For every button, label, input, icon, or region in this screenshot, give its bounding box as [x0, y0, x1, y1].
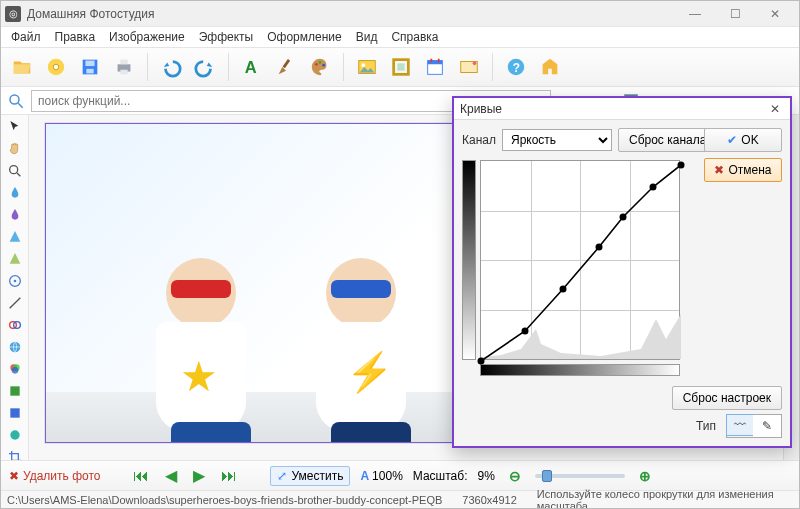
svg-point-1: [53, 64, 59, 70]
dialog-close-icon[interactable]: ✕: [766, 102, 784, 116]
search-icon: [7, 92, 25, 110]
maximize-button[interactable]: ☐: [715, 1, 755, 27]
menu-file[interactable]: Файл: [5, 28, 47, 46]
zoom-in-icon[interactable]: ⊕: [635, 467, 655, 485]
line-tool-icon[interactable]: [5, 295, 25, 311]
frame-icon[interactable]: [386, 52, 416, 82]
image-icon[interactable]: [352, 52, 382, 82]
left-toolbox: [1, 115, 29, 468]
menu-effects[interactable]: Эффекты: [193, 28, 260, 46]
eyedrop-purple-icon[interactable]: [5, 207, 25, 223]
channel-select[interactable]: Яркость: [502, 129, 612, 151]
svg-point-37: [11, 367, 18, 374]
svg-point-12: [322, 64, 325, 67]
menu-edit[interactable]: Правка: [49, 28, 102, 46]
nav-first-icon[interactable]: ⏮: [130, 467, 152, 485]
disc-icon[interactable]: [41, 52, 71, 82]
curve-type-pencil-icon[interactable]: ✎: [753, 415, 781, 437]
eyedrop-blue-icon[interactable]: [5, 185, 25, 201]
svg-rect-38: [10, 386, 19, 395]
save-icon[interactable]: [75, 52, 105, 82]
calendar-icon[interactable]: [420, 52, 450, 82]
svg-point-30: [13, 280, 16, 283]
undo-icon[interactable]: [156, 52, 186, 82]
svg-rect-18: [428, 61, 443, 65]
curve-point[interactable]: [478, 358, 485, 365]
hand-tool-icon[interactable]: [5, 141, 25, 157]
menu-help[interactable]: Справка: [385, 28, 444, 46]
delete-photo-button[interactable]: ✖Удалить фото: [9, 469, 100, 483]
curve-point[interactable]: [620, 214, 627, 221]
reset-channel-button[interactable]: Сброс канала: [618, 128, 717, 152]
window-title: Домашняя Фотостудия: [27, 7, 675, 21]
statusbar: C:\Users\AMS-Elena\Downloads\superheroes…: [1, 490, 799, 508]
rings-tool-icon[interactable]: [5, 317, 25, 333]
svg-line-28: [17, 173, 20, 176]
curves-dialog: Кривые ✕ Канал Яркость Сброс канала ✔OK …: [452, 96, 792, 448]
curve-point[interactable]: [678, 162, 685, 169]
svg-point-14: [362, 63, 366, 67]
close-button[interactable]: ✕: [755, 1, 795, 27]
scale-value: 9%: [478, 469, 495, 483]
svg-rect-9: [283, 59, 291, 68]
ok-button[interactable]: ✔OK: [704, 128, 782, 152]
rgb-tool-icon[interactable]: [5, 361, 25, 377]
curve-point[interactable]: [560, 286, 567, 293]
blue2-tool-icon[interactable]: [5, 405, 25, 421]
dialog-title: Кривые: [460, 102, 502, 116]
svg-point-22: [473, 62, 477, 66]
vertical-gradient: [462, 160, 476, 360]
curve-point[interactable]: [522, 328, 529, 335]
shape2-tool-icon[interactable]: [5, 251, 25, 267]
brush-icon[interactable]: [271, 52, 301, 82]
print-icon[interactable]: [109, 52, 139, 82]
redo-icon[interactable]: [190, 52, 220, 82]
status-filepath: C:\Users\AMS-Elena\Downloads\superheroes…: [7, 494, 442, 506]
home-icon[interactable]: [535, 52, 565, 82]
card-icon[interactable]: [454, 52, 484, 82]
svg-text:A: A: [245, 58, 257, 76]
horizontal-gradient: [480, 364, 680, 376]
menu-image[interactable]: Изображение: [103, 28, 191, 46]
zoom-slider[interactable]: [535, 474, 625, 478]
svg-line-26: [18, 103, 23, 108]
menu-design[interactable]: Оформление: [261, 28, 347, 46]
help-icon[interactable]: ?: [501, 52, 531, 82]
shape-tool-icon[interactable]: [5, 229, 25, 245]
curve-type-toggle[interactable]: 〰 ✎: [726, 414, 782, 438]
globe-tool-icon[interactable]: [5, 339, 25, 355]
text-icon[interactable]: A: [237, 52, 267, 82]
svg-point-27: [9, 166, 17, 174]
nav-next-icon[interactable]: ▶: [190, 466, 208, 485]
teal-tool-icon[interactable]: [5, 427, 25, 443]
reset-settings-button[interactable]: Сброс настроек: [672, 386, 782, 410]
curve-editor[interactable]: [462, 160, 782, 360]
menu-view[interactable]: Вид: [350, 28, 384, 46]
svg-line-31: [9, 298, 20, 309]
channel-label: Канал: [462, 133, 496, 147]
open-icon[interactable]: [7, 52, 37, 82]
zoom-out-icon[interactable]: ⊖: [505, 467, 525, 485]
curve-point[interactable]: [596, 244, 603, 251]
status-dimensions: 7360x4912: [462, 494, 516, 506]
svg-point-25: [10, 95, 19, 104]
curve-grid[interactable]: [480, 160, 680, 360]
fit-button[interactable]: ⤢Уместить: [270, 466, 350, 486]
svg-text:?: ?: [513, 61, 520, 75]
curve-type-smooth-icon[interactable]: 〰: [726, 414, 754, 436]
status-hint: Используйте колесо прокрутки для изменен…: [537, 488, 793, 510]
cancel-button[interactable]: ✖Отмена: [704, 158, 782, 182]
palette-icon[interactable]: [305, 52, 335, 82]
nav-last-icon[interactable]: ⏭: [218, 467, 240, 485]
target-tool-icon[interactable]: [5, 273, 25, 289]
green-tool-icon[interactable]: [5, 383, 25, 399]
nav-prev-icon[interactable]: ◀: [162, 466, 180, 485]
delete-icon: ✖: [9, 469, 19, 483]
scale-label: Масштаб:: [413, 469, 468, 483]
pointer-tool-icon[interactable]: [5, 119, 25, 135]
curve-point[interactable]: [650, 184, 657, 191]
zoom-100-button[interactable]: A100%: [360, 469, 402, 483]
minimize-button[interactable]: ―: [675, 1, 715, 27]
zoom-tool-icon[interactable]: [5, 163, 25, 179]
dialog-titlebar[interactable]: Кривые ✕: [454, 98, 790, 120]
